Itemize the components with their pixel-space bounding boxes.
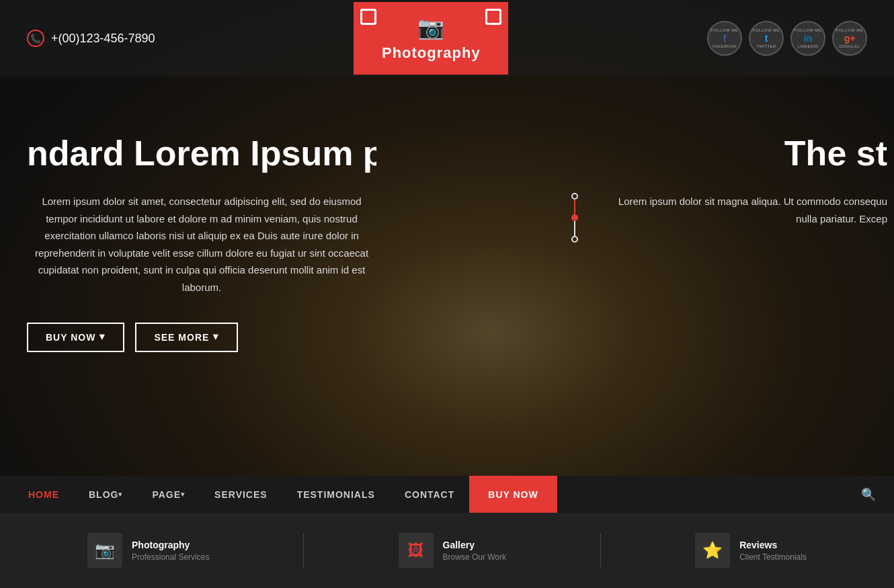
hero-left-title: ndard Lorem Ipsum passage — [27, 134, 376, 173]
see-arrow-icon: ▶ — [212, 335, 220, 341]
social-linkedin[interactable]: FOLLOW ME in LINKEDIN — [790, 21, 825, 56]
social-facebook[interactable]: FOLLOW ME f FACEBOOK — [707, 21, 742, 56]
logo-text: Photography — [382, 44, 481, 62]
google-label: GOOGLE+ — [839, 44, 860, 48]
dot-empty-bottom — [571, 236, 578, 243]
feature-text-3: Reviews Client Testimonials — [739, 540, 807, 562]
feature-sub-3: Client Testimonials — [739, 552, 807, 562]
social-google[interactable]: FOLLOW ME g+ GOOGLE+ — [832, 21, 867, 56]
site-logo[interactable]: 📷 Photography — [354, 2, 508, 75]
phone-area: 📞 +(00)123-456-7890 — [27, 30, 155, 47]
follow-label-li: FOLLOW ME — [795, 28, 822, 32]
linkedin-icon: in — [804, 33, 812, 44]
hero-right-body-text: Lorem ipsum dolor sit magna aliqua. Ut c… — [618, 196, 887, 224]
nav-item-contact[interactable]: CONTACT — [390, 476, 469, 513]
dot-filled-middle — [571, 214, 578, 221]
feature-item-2: 🖼 Gallery Browse Our Work — [399, 533, 506, 568]
facebook-icon: f — [723, 33, 727, 44]
hero-right-body: Lorem ipsum dolor sit magna aliqua. Ut c… — [585, 193, 887, 227]
follow-label-tw: FOLLOW ME — [753, 28, 780, 32]
nav-item-home[interactable]: HOME — [13, 476, 74, 513]
search-icon[interactable]: 🔍 — [856, 482, 881, 507]
see-more-button[interactable]: SEE MORE ▶ — [135, 323, 238, 352]
follow-label-gp: FOLLOW ME — [836, 28, 864, 32]
twitter-icon: t — [765, 33, 768, 44]
feature-sub-1: Professional Services — [132, 552, 209, 562]
feature-sub-2: Browse Our Work — [443, 552, 506, 562]
nav-item-page[interactable]: PAGE — [137, 476, 200, 513]
divider-2 — [600, 534, 601, 567]
feature-text-1: Photography Professional Services — [132, 540, 209, 562]
feature-item-3: ⭐ Reviews Client Testimonials — [695, 533, 807, 568]
nav-item-services[interactable]: SERVICES — [200, 476, 282, 513]
hero-left-body: Lorem ipsum dolor sit amet, consectetur … — [27, 193, 376, 296]
site-header: 📞 +(00)123-456-7890 📷 Photography FOLLOW… — [0, 0, 894, 77]
feature-title-1: Photography — [132, 540, 209, 550]
facebook-label: FACEBOOK — [713, 44, 736, 48]
nav-buy-now-button[interactable]: BUY NOW — [469, 476, 557, 513]
dot-line-2 — [574, 221, 575, 236]
twitter-label: TWITTER — [757, 44, 776, 48]
dot-empty-top — [571, 193, 578, 200]
social-icons: FOLLOW ME f FACEBOOK FOLLOW ME t TWITTER… — [707, 21, 867, 56]
hero-buttons: BUY NOW ▶ SEE MORE ▶ — [27, 323, 376, 352]
nav-links: HOME BLOG PAGE SERVICES TESTIMONIALS CON… — [13, 476, 557, 513]
hero-left: ndard Lorem Ipsum passage Lorem ipsum do… — [0, 134, 403, 352]
phone-icon: 📞 — [27, 30, 44, 47]
google-icon: g+ — [844, 33, 856, 44]
bottom-features-section: 📷 Photography Professional Services 🖼 Ga… — [0, 513, 894, 588]
connector-dots — [571, 193, 578, 243]
feature-icon-2: 🖼 — [399, 533, 434, 568]
buy-arrow-icon: ▶ — [99, 335, 106, 341]
follow-label-fb: FOLLOW ME — [711, 28, 739, 32]
feature-title-3: Reviews — [739, 540, 807, 550]
dot-line-1 — [574, 200, 575, 214]
nav-item-testimonials[interactable]: TESTIMONIALS — [282, 476, 390, 513]
divider-1 — [303, 534, 304, 567]
hero-right-title: The st — [585, 134, 887, 173]
feature-item-1: 📷 Photography Professional Services — [87, 533, 209, 568]
feature-icon-1: 📷 — [87, 533, 122, 568]
buy-now-button[interactable]: BUY NOW ▶ — [27, 323, 124, 352]
main-navbar: HOME BLOG PAGE SERVICES TESTIMONIALS CON… — [0, 476, 894, 513]
feature-icon-3: ⭐ — [695, 533, 730, 568]
camera-icon: 📷 — [417, 15, 444, 40]
buy-now-label: BUY NOW — [46, 332, 95, 343]
feature-text-2: Gallery Browse Our Work — [443, 540, 506, 562]
hero-right: The st Lorem ipsum dolor sit magna aliqu… — [558, 134, 894, 227]
nav-item-blog[interactable]: BLOG — [74, 476, 137, 513]
phone-number: +(00)123-456-7890 — [51, 32, 155, 46]
linkedin-label: LINKEDIN — [798, 44, 818, 48]
social-twitter[interactable]: FOLLOW ME t TWITTER — [749, 21, 784, 56]
feature-title-2: Gallery — [443, 540, 506, 550]
see-more-label: SEE MORE — [154, 332, 209, 343]
